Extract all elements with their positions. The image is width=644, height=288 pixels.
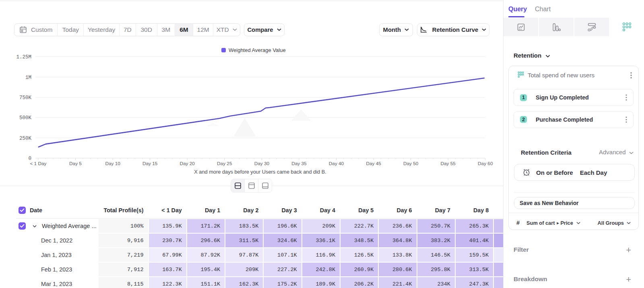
svg-text:Day 15: Day 15: [142, 161, 158, 166]
svg-text:Day 20: Day 20: [180, 161, 195, 166]
svg-text:250K: 250K: [19, 136, 32, 141]
svg-text:750K: 750K: [19, 95, 32, 101]
svg-text:500K: 500K: [19, 115, 32, 121]
svg-text:Day 30: Day 30: [254, 161, 270, 166]
svg-text:Day 45: Day 45: [366, 161, 381, 166]
svg-text:Day 35: Day 35: [291, 161, 307, 166]
svg-text:Day 60: Day 60: [478, 161, 493, 166]
svg-text:Day 50: Day 50: [403, 161, 419, 166]
svg-text:< 1 Day: < 1 Day: [30, 161, 46, 166]
svg-text:Day 55: Day 55: [441, 161, 456, 166]
svg-text:Day 5: Day 5: [69, 161, 82, 166]
svg-text:1M: 1M: [25, 75, 31, 81]
svg-text:Day 10: Day 10: [105, 161, 120, 166]
svg-text:1.25M: 1.25M: [16, 54, 31, 60]
svg-text:Day 25: Day 25: [217, 161, 232, 166]
svg-text:Day 40: Day 40: [329, 161, 344, 166]
